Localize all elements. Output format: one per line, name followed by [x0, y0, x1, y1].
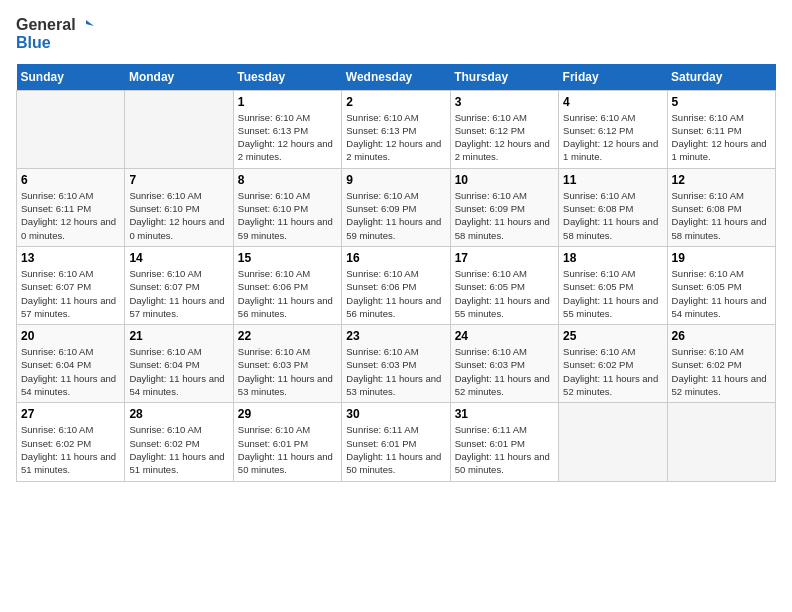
cell-w4-d5: 24Sunrise: 6:10 AM Sunset: 6:03 PM Dayli… — [450, 325, 558, 403]
day-info: Sunrise: 6:11 AM Sunset: 6:01 PM Dayligh… — [455, 423, 554, 476]
day-number: 26 — [672, 329, 771, 343]
day-number: 4 — [563, 95, 662, 109]
day-info: Sunrise: 6:10 AM Sunset: 6:09 PM Dayligh… — [455, 189, 554, 242]
day-info: Sunrise: 6:10 AM Sunset: 6:02 PM Dayligh… — [672, 345, 771, 398]
day-number: 31 — [455, 407, 554, 421]
cell-w3-d6: 18Sunrise: 6:10 AM Sunset: 6:05 PM Dayli… — [559, 246, 667, 324]
day-info: Sunrise: 6:10 AM Sunset: 6:08 PM Dayligh… — [672, 189, 771, 242]
day-info: Sunrise: 6:10 AM Sunset: 6:05 PM Dayligh… — [455, 267, 554, 320]
header-sunday: Sunday — [17, 64, 125, 91]
day-info: Sunrise: 6:10 AM Sunset: 6:12 PM Dayligh… — [455, 111, 554, 164]
cell-w3-d4: 16Sunrise: 6:10 AM Sunset: 6:06 PM Dayli… — [342, 246, 450, 324]
day-header-row: SundayMondayTuesdayWednesdayThursdayFrid… — [17, 64, 776, 91]
day-number: 18 — [563, 251, 662, 265]
day-number: 7 — [129, 173, 228, 187]
day-info: Sunrise: 6:10 AM Sunset: 6:10 PM Dayligh… — [238, 189, 337, 242]
cell-w1-d7: 5Sunrise: 6:10 AM Sunset: 6:11 PM Daylig… — [667, 90, 775, 168]
day-number: 20 — [21, 329, 120, 343]
week-row-5: 27Sunrise: 6:10 AM Sunset: 6:02 PM Dayli… — [17, 403, 776, 481]
cell-w1-d6: 4Sunrise: 6:10 AM Sunset: 6:12 PM Daylig… — [559, 90, 667, 168]
day-number: 30 — [346, 407, 445, 421]
cell-w2-d7: 12Sunrise: 6:10 AM Sunset: 6:08 PM Dayli… — [667, 168, 775, 246]
header-tuesday: Tuesday — [233, 64, 341, 91]
day-number: 10 — [455, 173, 554, 187]
cell-w5-d5: 31Sunrise: 6:11 AM Sunset: 6:01 PM Dayli… — [450, 403, 558, 481]
day-number: 24 — [455, 329, 554, 343]
day-number: 17 — [455, 251, 554, 265]
cell-w3-d5: 17Sunrise: 6:10 AM Sunset: 6:05 PM Dayli… — [450, 246, 558, 324]
cell-w1-d2 — [125, 90, 233, 168]
day-info: Sunrise: 6:10 AM Sunset: 6:04 PM Dayligh… — [21, 345, 120, 398]
day-number: 22 — [238, 329, 337, 343]
day-info: Sunrise: 6:10 AM Sunset: 6:07 PM Dayligh… — [129, 267, 228, 320]
day-number: 13 — [21, 251, 120, 265]
cell-w5-d6 — [559, 403, 667, 481]
cell-w2-d1: 6Sunrise: 6:10 AM Sunset: 6:11 PM Daylig… — [17, 168, 125, 246]
cell-w1-d4: 2Sunrise: 6:10 AM Sunset: 6:13 PM Daylig… — [342, 90, 450, 168]
logo-bird-icon — [78, 16, 96, 34]
cell-w4-d3: 22Sunrise: 6:10 AM Sunset: 6:03 PM Dayli… — [233, 325, 341, 403]
week-row-3: 13Sunrise: 6:10 AM Sunset: 6:07 PM Dayli… — [17, 246, 776, 324]
day-number: 27 — [21, 407, 120, 421]
cell-w4-d7: 26Sunrise: 6:10 AM Sunset: 6:02 PM Dayli… — [667, 325, 775, 403]
day-number: 29 — [238, 407, 337, 421]
day-info: Sunrise: 6:10 AM Sunset: 6:06 PM Dayligh… — [238, 267, 337, 320]
day-info: Sunrise: 6:10 AM Sunset: 6:13 PM Dayligh… — [346, 111, 445, 164]
day-number: 11 — [563, 173, 662, 187]
day-number: 21 — [129, 329, 228, 343]
week-row-1: 1Sunrise: 6:10 AM Sunset: 6:13 PM Daylig… — [17, 90, 776, 168]
cell-w2-d5: 10Sunrise: 6:10 AM Sunset: 6:09 PM Dayli… — [450, 168, 558, 246]
cell-w4-d6: 25Sunrise: 6:10 AM Sunset: 6:02 PM Dayli… — [559, 325, 667, 403]
day-info: Sunrise: 6:10 AM Sunset: 6:02 PM Dayligh… — [129, 423, 228, 476]
logo-text: General Blue — [16, 16, 96, 52]
header-monday: Monday — [125, 64, 233, 91]
day-number: 8 — [238, 173, 337, 187]
cell-w5-d2: 28Sunrise: 6:10 AM Sunset: 6:02 PM Dayli… — [125, 403, 233, 481]
day-number: 9 — [346, 173, 445, 187]
cell-w3-d2: 14Sunrise: 6:10 AM Sunset: 6:07 PM Dayli… — [125, 246, 233, 324]
day-number: 23 — [346, 329, 445, 343]
day-info: Sunrise: 6:10 AM Sunset: 6:10 PM Dayligh… — [129, 189, 228, 242]
cell-w1-d1 — [17, 90, 125, 168]
logo: General Blue — [16, 16, 96, 52]
day-info: Sunrise: 6:10 AM Sunset: 6:13 PM Dayligh… — [238, 111, 337, 164]
day-number: 19 — [672, 251, 771, 265]
week-row-2: 6Sunrise: 6:10 AM Sunset: 6:11 PM Daylig… — [17, 168, 776, 246]
day-number: 5 — [672, 95, 771, 109]
day-number: 3 — [455, 95, 554, 109]
cell-w4-d4: 23Sunrise: 6:10 AM Sunset: 6:03 PM Dayli… — [342, 325, 450, 403]
cell-w4-d2: 21Sunrise: 6:10 AM Sunset: 6:04 PM Dayli… — [125, 325, 233, 403]
cell-w3-d7: 19Sunrise: 6:10 AM Sunset: 6:05 PM Dayli… — [667, 246, 775, 324]
day-number: 15 — [238, 251, 337, 265]
cell-w5-d3: 29Sunrise: 6:10 AM Sunset: 6:01 PM Dayli… — [233, 403, 341, 481]
header-wednesday: Wednesday — [342, 64, 450, 91]
day-info: Sunrise: 6:10 AM Sunset: 6:03 PM Dayligh… — [238, 345, 337, 398]
day-number: 16 — [346, 251, 445, 265]
day-number: 28 — [129, 407, 228, 421]
day-info: Sunrise: 6:10 AM Sunset: 6:01 PM Dayligh… — [238, 423, 337, 476]
day-info: Sunrise: 6:10 AM Sunset: 6:02 PM Dayligh… — [21, 423, 120, 476]
header-saturday: Saturday — [667, 64, 775, 91]
cell-w1-d5: 3Sunrise: 6:10 AM Sunset: 6:12 PM Daylig… — [450, 90, 558, 168]
day-info: Sunrise: 6:10 AM Sunset: 6:09 PM Dayligh… — [346, 189, 445, 242]
svg-marker-0 — [86, 20, 94, 26]
cell-w5-d1: 27Sunrise: 6:10 AM Sunset: 6:02 PM Dayli… — [17, 403, 125, 481]
day-info: Sunrise: 6:10 AM Sunset: 6:05 PM Dayligh… — [672, 267, 771, 320]
cell-w5-d4: 30Sunrise: 6:11 AM Sunset: 6:01 PM Dayli… — [342, 403, 450, 481]
week-row-4: 20Sunrise: 6:10 AM Sunset: 6:04 PM Dayli… — [17, 325, 776, 403]
day-info: Sunrise: 6:10 AM Sunset: 6:12 PM Dayligh… — [563, 111, 662, 164]
day-number: 12 — [672, 173, 771, 187]
day-info: Sunrise: 6:10 AM Sunset: 6:03 PM Dayligh… — [455, 345, 554, 398]
day-number: 14 — [129, 251, 228, 265]
day-info: Sunrise: 6:10 AM Sunset: 6:11 PM Dayligh… — [21, 189, 120, 242]
header-thursday: Thursday — [450, 64, 558, 91]
cell-w5-d7 — [667, 403, 775, 481]
logo-general: General — [16, 16, 76, 34]
header: General Blue — [16, 16, 776, 52]
cell-w2-d4: 9Sunrise: 6:10 AM Sunset: 6:09 PM Daylig… — [342, 168, 450, 246]
day-info: Sunrise: 6:10 AM Sunset: 6:04 PM Dayligh… — [129, 345, 228, 398]
day-info: Sunrise: 6:10 AM Sunset: 6:02 PM Dayligh… — [563, 345, 662, 398]
day-number: 6 — [21, 173, 120, 187]
cell-w3-d1: 13Sunrise: 6:10 AM Sunset: 6:07 PM Dayli… — [17, 246, 125, 324]
cell-w2-d3: 8Sunrise: 6:10 AM Sunset: 6:10 PM Daylig… — [233, 168, 341, 246]
